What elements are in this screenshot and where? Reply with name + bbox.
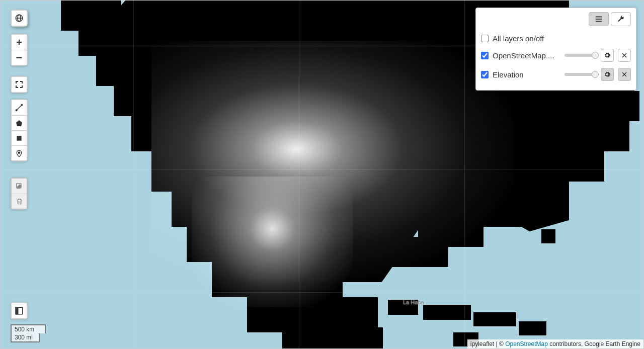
wrench-icon [617,15,625,23]
svg-rect-7 [17,136,21,140]
search-control[interactable] [11,10,28,27]
attribution-suffix: contributors, Google Earth Engine [548,340,640,347]
svg-rect-14 [596,21,602,22]
svg-point-5 [21,104,23,106]
delete-layers-button[interactable] [12,194,27,209]
layers-tab[interactable] [589,12,609,26]
layer-settings-elevation[interactable] [601,68,614,81]
scale-mi: 300 mi [11,333,40,342]
layer-remove-osm[interactable] [618,49,631,62]
layer-row: OpenStreetMap.... [481,46,631,65]
globe-icon [12,11,27,26]
svg-rect-12 [596,16,602,17]
draw-polygon-button[interactable] [12,115,27,130]
layer-name-osm: OpenStreetMap.... [493,51,560,60]
zoom-control: + − [11,34,28,66]
all-layers-label: All layers on/off [493,34,631,43]
attribution: ipyleaflet | © OpenStreetMap contributor… [467,339,643,348]
tools-tab[interactable] [611,12,631,26]
layer-name-elevation: Elevation [493,70,560,79]
zoom-in-button[interactable]: + [12,35,27,50]
opacity-slider-osm[interactable] [565,54,597,57]
draw-line-button[interactable] [12,100,27,115]
close-icon [621,71,627,77]
all-layers-row: All layers on/off [481,31,631,46]
layer-row: Elevation [481,65,631,84]
layer-panel: All layers on/off OpenStreetMap.... Elev… [475,8,636,91]
svg-point-4 [16,110,17,111]
edit-layers-button[interactable] [12,179,27,194]
osm-link[interactable]: OpenStreetMap [505,340,548,347]
legend-toggle[interactable] [11,302,28,319]
all-layers-checkbox[interactable] [481,35,489,42]
draw-rectangle-button[interactable] [12,130,27,145]
opacity-slider-elevation[interactable] [565,73,597,76]
fullscreen-control[interactable] [11,76,28,93]
edit-toolbar [11,178,28,210]
draw-marker-button[interactable] [12,145,27,160]
svg-rect-13 [596,19,602,20]
scale-km: 500 km [11,324,46,333]
map-container[interactable]: La Haba + − [0,0,644,349]
gear-icon [604,71,611,78]
layers-icon [594,16,603,23]
layer-remove-elevation[interactable] [618,68,631,81]
layer-settings-osm[interactable] [601,49,614,62]
fullscreen-icon [12,77,27,92]
gear-icon [604,52,611,59]
layer-checkbox-osm[interactable] [481,52,489,59]
zoom-out-button[interactable]: − [12,50,27,65]
map-label-la-habana: La Haba [403,299,424,305]
svg-line-3 [17,105,22,111]
attribution-prefix: ipyleaflet | © [470,340,505,347]
layer-checkbox-elevation[interactable] [481,71,489,78]
legend-icon [12,303,27,318]
draw-toolbar [11,99,28,161]
scale-control: 500 km 300 mi [11,324,46,342]
svg-point-8 [18,152,20,153]
svg-rect-11 [16,307,18,314]
svg-marker-6 [16,120,22,126]
close-icon [621,52,627,58]
